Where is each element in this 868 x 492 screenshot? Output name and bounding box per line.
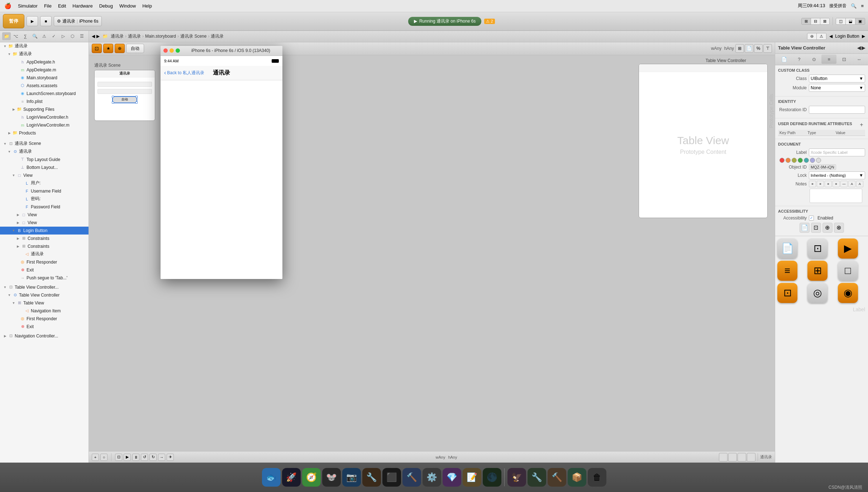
icon-grid-item-2[interactable]: ⊡ <box>807 238 828 259</box>
ib-ruler-btn[interactable]: ⊤ <box>763 44 772 53</box>
sidebar-item-constraints-1[interactable]: ▶ ⊞ Constraints <box>0 235 89 242</box>
icon-grid-item-5[interactable]: ⊞ <box>807 261 828 281</box>
nav-src-btn[interactable]: ⌥ <box>11 32 20 40</box>
text-align-center[interactable]: ≡ <box>817 181 824 187</box>
class-dropdown[interactable]: UIButton ▼ <box>809 75 865 82</box>
menu-input-method[interactable]: 接受拼音 <box>829 3 846 9</box>
nav-folder-btn[interactable]: 📁 <box>2 32 11 40</box>
dock-apps[interactable]: 🔧 <box>362 468 381 487</box>
spotlight-icon[interactable]: 🔍 <box>851 3 857 9</box>
breadcrumb-group[interactable]: 通讯录 <box>128 33 141 39</box>
canvas-circle-btn[interactable]: ○ <box>100 454 108 461</box>
canvas-tool-3[interactable]: ⏸ <box>132 454 139 461</box>
sidebar-item-loginvc-m[interactable]: m LoginViewController.m <box>0 121 89 129</box>
canvas-tool-7[interactable]: ✈ <box>167 454 174 461</box>
warning-badge[interactable]: ⚠ 2 <box>484 19 495 24</box>
sidebar-item-project-root[interactable]: ▼ 📁 通讯录 <box>0 42 89 50</box>
icon-grid-item-1[interactable]: 📄 <box>777 238 797 259</box>
icon-grid-item-8[interactable]: ◎ <box>807 283 828 303</box>
apple-menu[interactable]: 🍎 <box>4 3 11 9</box>
ib-orange-btn-3[interactable]: ⊕ <box>115 44 125 53</box>
ib-doc-btn[interactable]: 📄 <box>745 44 753 53</box>
menu-debug[interactable]: Debug <box>99 3 113 9</box>
sidebar-item-tablevc-scene[interactable]: ▼ ⊡ Table View Controller... <box>0 283 89 291</box>
acc-icon-3[interactable]: ⊕ <box>822 223 833 233</box>
acc-icon-4[interactable]: ⊗ <box>834 223 844 233</box>
canvas-pin-btn[interactable] <box>728 453 737 462</box>
sidebar-item-constraints-2[interactable]: ▶ ⊞ Constraints <box>0 242 89 250</box>
nav-symbol-btn[interactable]: ∑ <box>21 32 30 40</box>
sidebar-item-password-field[interactable]: F Password Field <box>0 203 89 211</box>
dock-camera[interactable]: 📷 <box>342 468 361 487</box>
assistant-editor-btn[interactable]: ⊟ <box>811 18 820 24</box>
inspector-tab-connections[interactable]: ↔ <box>852 55 867 64</box>
dock-other-2[interactable]: 🦅 <box>507 468 526 487</box>
icon-grid-item-6[interactable]: □ <box>838 261 858 281</box>
icon-grid-item-4[interactable]: ≡ <box>777 261 797 281</box>
ib-auto-btn[interactable]: 自动 <box>126 44 144 53</box>
doc-label-field[interactable]: Xcode Specific Label <box>809 148 865 156</box>
menu-file[interactable]: File <box>44 3 52 9</box>
canvas-tool-4[interactable]: ↺ <box>141 454 148 461</box>
breadcrumb-project[interactable]: 通讯录 <box>111 33 124 39</box>
text-strikethrough[interactable]: A <box>848 181 855 187</box>
dock-xcode[interactable]: 🔨 <box>402 468 421 487</box>
sidebar-item-tongxunlu-label[interactable]: ◁ 通讯录 <box>0 250 89 258</box>
sidebar-item-products[interactable]: ▶ 📁 Products <box>0 129 89 137</box>
sidebar-item-exit[interactable]: ⊗ Exit <box>0 266 89 274</box>
ib-percent-btn[interactable]: % <box>754 44 763 53</box>
bottom-panel-btn[interactable]: ⬓ <box>846 18 855 24</box>
inspector-tab-attributes[interactable]: ≡ <box>821 55 836 64</box>
dock-terminal[interactable]: ⬛ <box>382 468 401 487</box>
accessibility-checkbox[interactable] <box>809 216 814 221</box>
acc-icon-2[interactable]: ⊡ <box>811 223 821 233</box>
ib-orange-btn-1[interactable]: ⊡ <box>92 44 102 53</box>
sidebar-item-navigation-item[interactable]: ◁ Navigation Item <box>0 307 89 315</box>
sidebar-item-first-responder[interactable]: ◎ First Responder <box>0 258 89 266</box>
sidebar-item-main-storyboard[interactable]: ◉ Main.storyboard <box>0 74 89 82</box>
nav-log-btn[interactable]: ☰ <box>78 32 86 40</box>
sidebar-item-appdelegate-m[interactable]: m AppDelegate.m <box>0 66 89 74</box>
inspector-tab-quick-help[interactable]: ? <box>792 55 807 64</box>
version-editor-btn[interactable]: ⊠ <box>820 18 829 24</box>
restoration-id-field[interactable] <box>809 106 865 114</box>
canvas-tool-5[interactable]: ↻ <box>149 454 157 461</box>
text-align-left[interactable]: ≡ <box>809 181 816 187</box>
text-align-justify[interactable]: ≡ <box>833 181 840 187</box>
dock-other-5[interactable]: 📦 <box>568 468 586 487</box>
dock-launchpad[interactable]: 🚀 <box>282 468 301 487</box>
standard-editor-btn[interactable]: ⊞ <box>802 18 811 24</box>
canvas-grid-btn[interactable] <box>719 453 728 462</box>
dock-sketch[interactable]: 💎 <box>443 468 461 487</box>
icon-grid-item-7[interactable]: ⊡ <box>777 283 797 303</box>
icon-grid-item-9[interactable]: ◉ <box>838 283 858 303</box>
menu-window[interactable]: Window <box>119 3 136 9</box>
inspector-nav-right[interactable]: ▶ <box>862 45 865 51</box>
sidebar-item-segue[interactable]: → Push segue to 'Tab...' <box>0 274 89 282</box>
nav-search-btn[interactable]: 🔍 <box>30 32 39 40</box>
storyboard-canvas[interactable]: ⊡ ★ ⊕ 自动 wAny hAny <box>89 42 775 463</box>
sidebar-item-table-view[interactable]: ▼ ⊞ Table View <box>0 299 89 307</box>
pause-button[interactable]: 暂停 <box>3 14 24 28</box>
inspector-tab-size[interactable]: ⊡ <box>836 55 852 64</box>
nav-test-btn[interactable]: ✓ <box>49 32 58 40</box>
canvas-align-btn[interactable] <box>738 453 746 462</box>
notification-icon[interactable]: ≡ <box>861 3 864 9</box>
dock-cursor[interactable]: 🐭 <box>322 468 341 487</box>
sidebar-item-appdelegate-h[interactable]: h AppDelegate.h <box>0 58 89 66</box>
sidebar-item-nav-controller[interactable]: ▶ ⊡ Navigation Controller... <box>0 332 89 340</box>
inspector-tab-identity[interactable]: ⊙ <box>807 55 822 64</box>
sim-maximize-btn[interactable] <box>176 48 180 53</box>
dock-other-3[interactable]: 🔧 <box>528 468 546 487</box>
menu-help[interactable]: Help <box>142 3 152 9</box>
sidebar-item-view-1[interactable]: ▼ □ View <box>0 171 89 179</box>
sidebar-item-exit-2[interactable]: ⊗ Exit <box>0 323 89 331</box>
add-attr-btn[interactable]: + <box>858 121 865 128</box>
sidebar-item-password-label[interactable]: L 密码: <box>0 195 89 203</box>
dock-settings[interactable]: ⚙️ <box>423 468 441 487</box>
sidebar-item-view-2[interactable]: ▶ □ View <box>0 211 89 219</box>
ib-nav-right[interactable]: ▶ <box>862 34 865 39</box>
dock-other-4[interactable]: 🔨 <box>548 468 566 487</box>
canvas-tool-6[interactable]: → <box>158 454 165 461</box>
sidebar-item-tongxunlu-vc[interactable]: ▼ ⊙ 通讯录 <box>0 148 89 156</box>
